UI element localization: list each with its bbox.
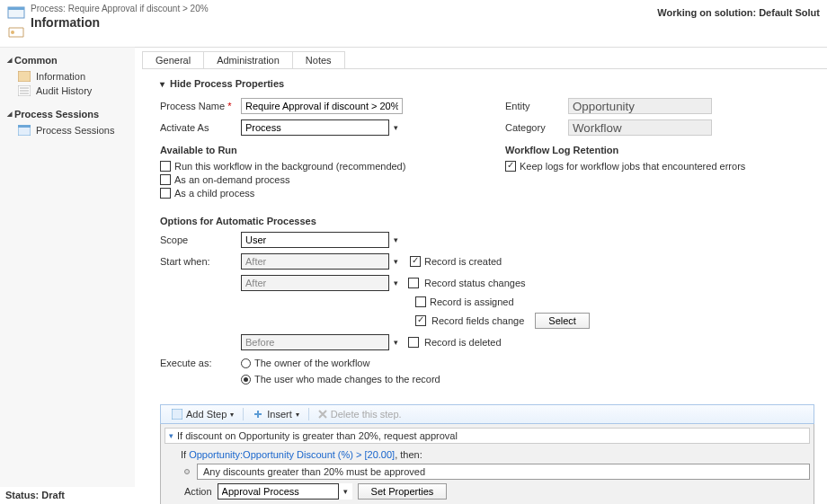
steps-toolbar: Add Step ▾ Insert ▾ Delete this step. <box>160 404 814 424</box>
entity-field <box>568 98 712 114</box>
add-step-icon <box>172 409 182 420</box>
execute-as-label: Execute as: <box>160 358 241 368</box>
sidebar-audit-icon <box>18 85 31 96</box>
start-when-label: Start when: <box>160 256 241 267</box>
svg-rect-1 <box>8 7 24 10</box>
start-when-after-2-select[interactable] <box>241 275 403 291</box>
page-title: Information <box>31 15 209 31</box>
insert-button[interactable]: Insert ▾ <box>247 408 305 420</box>
svg-point-2 <box>11 31 14 34</box>
on-demand-label: As an on-demand process <box>174 174 289 185</box>
available-to-run-heading: Available to Run <box>160 145 469 155</box>
record-deleted-label: Record is deleted <box>424 337 502 348</box>
record-fields-change-label: Record fields change <box>431 315 524 326</box>
child-process-label: As a child process <box>174 188 254 199</box>
tabs: General Administration Notes <box>142 51 827 69</box>
category-label: Category <box>505 122 568 133</box>
sidebar-item-label: Information <box>36 71 85 82</box>
record-fields-change-checkbox[interactable] <box>415 315 426 326</box>
keep-logs-checkbox[interactable] <box>505 161 516 172</box>
step-area: ▾ If discount on Opportunity is greater … <box>160 424 814 504</box>
category-field <box>568 119 712 136</box>
execute-user-radio[interactable] <box>241 375 251 385</box>
info-icon <box>7 23 25 41</box>
tab-notes[interactable]: Notes <box>292 51 345 68</box>
chevron-down-icon: ▾ <box>296 411 299 419</box>
scope-select[interactable] <box>241 232 403 248</box>
run-background-label: Run this workflow in the background (rec… <box>174 161 405 172</box>
sidebar-item-label: Audit History <box>36 85 92 96</box>
execute-user-label: The user who made changes to the record <box>254 374 440 385</box>
set-properties-button[interactable]: Set Properties <box>358 483 448 500</box>
run-background-checkbox[interactable] <box>160 161 171 172</box>
svg-rect-6 <box>18 125 31 128</box>
sidebar-section-common[interactable]: Common <box>7 55 128 66</box>
record-created-checkbox[interactable] <box>410 256 421 267</box>
record-deleted-checkbox[interactable] <box>408 337 419 348</box>
step-title-text[interactable]: If discount on Opportunity is greater th… <box>177 430 805 441</box>
scope-label: Scope <box>160 234 241 245</box>
sidebar-item-label: Process Sessions <box>36 125 114 136</box>
tab-general[interactable]: General <box>142 51 204 68</box>
sidebar-item-information[interactable]: Information <box>18 69 128 84</box>
process-icon <box>7 4 25 22</box>
entity-label: Entity <box>505 101 568 111</box>
automatic-heading: Options for Automatic Processes <box>160 216 814 226</box>
record-assigned-label: Record is assigned <box>430 296 514 307</box>
start-when-after-1-select[interactable] <box>241 253 403 270</box>
step-collapse-icon[interactable]: ▾ <box>169 431 173 440</box>
hide-process-properties-toggle[interactable]: Hide Process Properties <box>160 78 814 89</box>
process-name-input[interactable] <box>241 98 403 114</box>
record-status-checkbox[interactable] <box>408 278 419 288</box>
execute-owner-radio[interactable] <box>241 358 251 368</box>
status-bar: Status: Draft <box>5 490 65 500</box>
select-fields-button[interactable]: Select <box>535 313 590 329</box>
sidebar-sessions-icon <box>18 125 31 136</box>
sidebar: Common Information Audit History Process… <box>0 47 135 487</box>
sidebar-info-icon <box>18 71 31 82</box>
svg-rect-3 <box>18 71 31 82</box>
record-assigned-checkbox[interactable] <box>415 296 426 307</box>
tab-administration[interactable]: Administration <box>203 51 293 68</box>
svg-rect-7 <box>172 409 182 420</box>
process-name-label: Process Name * <box>160 101 241 111</box>
execute-owner-label: The owner of the workflow <box>254 358 369 368</box>
insert-icon <box>253 409 263 420</box>
sidebar-item-audit-history[interactable]: Audit History <box>18 84 128 98</box>
condition-link[interactable]: Opportunity:Opportunity Discount (%) > [… <box>189 449 395 460</box>
activate-as-select[interactable] <box>241 119 403 136</box>
chevron-down-icon: ▾ <box>230 411 234 419</box>
process-kicker: Process: Require Approval if discount > … <box>31 4 209 15</box>
sidebar-item-process-sessions[interactable]: Process Sessions <box>18 123 128 137</box>
record-status-label: Record status changes <box>424 278 526 288</box>
step-description-input[interactable]: Any discounts greater than 20% must be a… <box>197 464 810 480</box>
delete-step-button: Delete this step. <box>313 408 407 420</box>
action-label: Action <box>184 486 212 497</box>
on-demand-checkbox[interactable] <box>160 174 171 185</box>
record-created-label: Record is created <box>424 256 502 267</box>
if-condition-line: If Opportunity:Opportunity Discount (%) … <box>181 449 810 460</box>
retention-heading: Workflow Log Retention <box>505 145 814 155</box>
solution-label: Working on solution: Default Solut <box>657 4 820 18</box>
step-bullet-icon <box>184 469 190 474</box>
start-when-before-select[interactable] <box>241 334 403 350</box>
child-process-checkbox[interactable] <box>160 188 171 199</box>
keep-logs-label: Keep logs for workflow jobs that encount… <box>520 161 745 172</box>
action-select[interactable] <box>218 483 352 500</box>
delete-icon <box>318 410 327 419</box>
sidebar-section-process-sessions[interactable]: Process Sessions <box>7 109 128 119</box>
activate-as-label: Activate As <box>160 122 241 133</box>
add-step-button[interactable]: Add Step ▾ <box>166 408 239 420</box>
